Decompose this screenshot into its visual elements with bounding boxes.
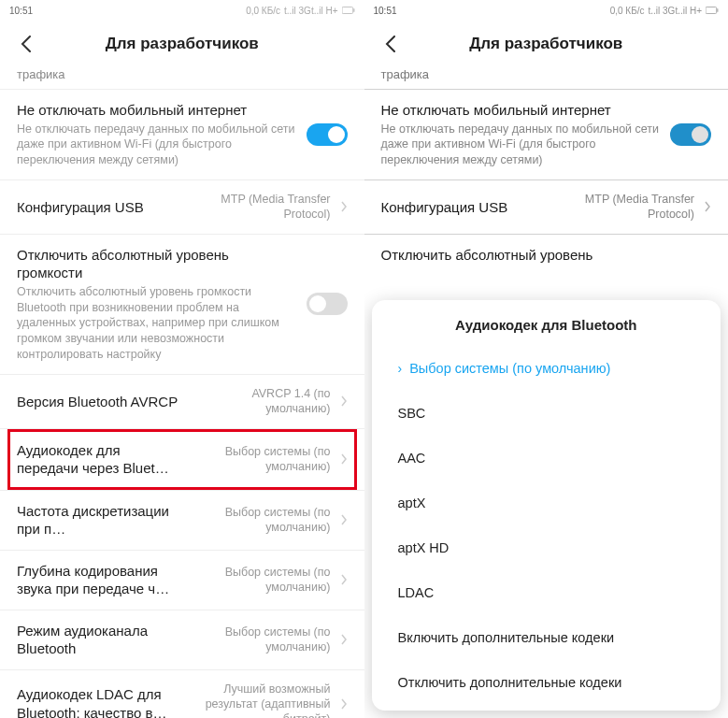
page-title: Для разработчиков (106, 35, 259, 53)
row-absolute-volume: Отключить абсолютный уровень (381, 235, 712, 276)
svg-rect-1 (353, 8, 354, 12)
sheet-item-default[interactable]: › Выбор системы (по умолчанию) (372, 346, 721, 391)
row-absolute-volume[interactable]: Отключить абсолютный уровень громкости О… (17, 235, 348, 374)
back-button[interactable] (379, 33, 402, 55)
partial-row: трафика (17, 67, 348, 89)
chevron-right-icon (704, 201, 711, 212)
header: Для разработчиков (364, 21, 729, 67)
row-avrcp[interactable]: Версия Bluetooth AVRCP AVRCP 1.4 (по умо… (17, 375, 348, 428)
svg-rect-3 (717, 8, 718, 12)
sheet-item-aptxhd[interactable]: aptX HD (372, 525, 721, 570)
screen-right: 10:51 0,0 КБ/с t..il 3Gt..il H+ Для разр… (364, 0, 729, 718)
status-time: 10:51 (9, 6, 33, 16)
sheet-item-aptx[interactable]: aptX (372, 481, 721, 525)
page-title: Для разработчиков (469, 35, 622, 53)
chevron-right-icon (340, 698, 348, 710)
row-mobile-data[interactable]: Не отключать мобильный интернет Не отклю… (17, 90, 348, 180)
sheet-item-aac[interactable]: AAC (372, 436, 721, 481)
row-sample-rate[interactable]: Частота дискретизации при п… Выбор систе… (17, 491, 348, 550)
codec-sheet: Аудиокодек для Bluetooth › Выбор системы… (372, 300, 721, 711)
sheet-item-sbc[interactable]: SBC (372, 391, 721, 436)
toggle-absolute-volume[interactable] (307, 293, 348, 315)
sheet-item-disable-extra[interactable]: Отключить дополнительные кодеки (372, 660, 721, 705)
header: Для разработчиков (0, 21, 364, 67)
status-right: 0,0 КБ/с t..il 3Gt..il H+ (610, 6, 719, 16)
settings-list: трафика Не отключать мобильный интернет … (0, 67, 364, 718)
battery-icon (706, 6, 719, 15)
back-button[interactable] (15, 33, 37, 55)
toggle-mobile-data[interactable] (307, 123, 348, 146)
sheet-item-enable-extra[interactable]: Включить дополнительные кодеки (372, 615, 721, 660)
status-time: 10:51 (374, 6, 397, 16)
chevron-right-icon (340, 201, 348, 212)
battery-icon (342, 6, 355, 15)
svg-rect-0 (342, 7, 353, 14)
svg-rect-2 (706, 7, 717, 14)
row-channel-mode[interactable]: Режим аудиоканала Bluetooth Выбор систем… (17, 610, 348, 669)
chevron-right-icon (340, 634, 348, 645)
chevron-right-icon (340, 395, 348, 407)
statusbar: 10:51 0,0 КБ/с t..il 3Gt..il H+ (364, 0, 729, 21)
chevron-right-icon (340, 574, 348, 585)
row-mobile-data: Не отключать мобильный интернет Не отклю… (381, 90, 712, 180)
status-right: 0,0 КБ/с t..il 3Gt..il H+ (246, 6, 354, 16)
row-bit-depth[interactable]: Глубина кодирования звука при передаче ч… (17, 551, 348, 610)
row-usb-config: Конфигурация USB MTP (Media Transfer Pro… (381, 180, 712, 234)
statusbar: 10:51 0,0 КБ/с t..il 3Gt..il H+ (0, 0, 364, 21)
row-ldac[interactable]: Аудиокодек LDAC для Bluetooth: качество … (17, 670, 348, 719)
screen-left: 10:51 0,0 КБ/с t..il 3Gt..il H+ Для разр… (0, 0, 364, 718)
sheet-title: Аудиокодек для Bluetooth (372, 317, 721, 346)
chevron-right-icon (340, 453, 348, 465)
row-usb-config[interactable]: Конфигурация USB MTP (Media Transfer Pro… (17, 180, 348, 234)
dimmed-background: 10:51 0,0 КБ/с t..il 3Gt..il H+ Для разр… (364, 0, 729, 275)
chevron-right-icon (340, 514, 348, 525)
row-bluetooth-codec[interactable]: Аудиокодек для передачи через Bluet… Выб… (7, 429, 357, 490)
toggle-mobile-data (670, 123, 711, 146)
sheet-item-ldac[interactable]: LDAC (372, 570, 721, 615)
check-icon: › (398, 361, 403, 376)
